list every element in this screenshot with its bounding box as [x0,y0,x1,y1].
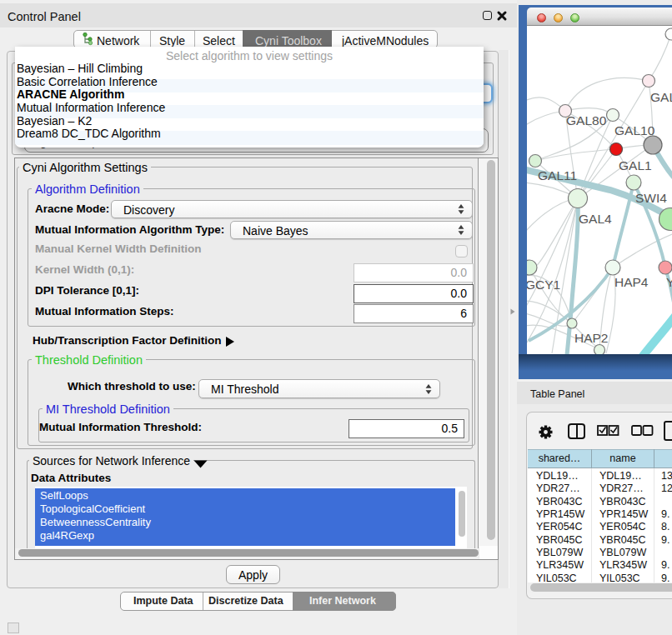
svg-text:GAL4: GAL4 [579,212,612,226]
svg-text:GAL1: GAL1 [619,158,652,172]
svg-text:Y: Y [666,275,672,289]
svg-text:GAL11: GAL11 [538,168,577,182]
svg-text:GCY1: GCY1 [527,278,560,292]
svg-text:GAL80: GAL80 [566,113,607,128]
svg-text:GAL: GAL [650,90,672,104]
svg-text:HAP4: HAP4 [614,275,649,289]
svg-text:GAL10: GAL10 [614,123,655,138]
svg-text:SWI4: SWI4 [635,191,667,205]
svg-text:HAP2: HAP2 [574,331,609,345]
